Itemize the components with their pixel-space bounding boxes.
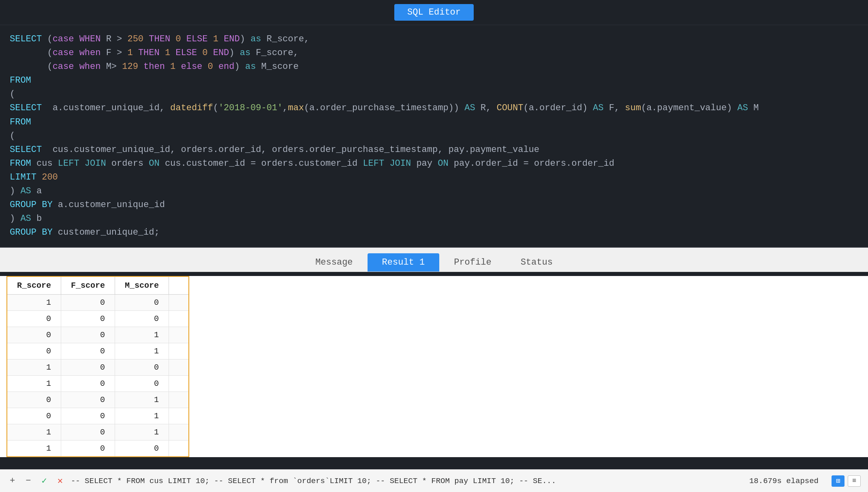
col-header-r-score: R_score	[7, 276, 61, 295]
cell-row8-col1: 0	[61, 424, 115, 441]
col-header-f-score: F_score	[61, 276, 115, 295]
table-row: 001	[7, 343, 189, 359]
cell-row8-col0: 1	[7, 424, 61, 441]
editor-area[interactable]: SELECT (case WHEN R > 250 THEN 0 ELSE 1 …	[0, 25, 868, 248]
cell-row1-col0: 0	[7, 311, 61, 327]
col-header-extra	[169, 276, 189, 295]
cell-row9-col3	[169, 441, 189, 457]
cell-row1-col2: 0	[115, 311, 169, 327]
table-row: 001	[7, 392, 189, 408]
cell-row8-col3	[169, 424, 189, 441]
table-row: 100	[7, 295, 189, 311]
cell-row0-col0: 1	[7, 295, 61, 311]
cell-row1-col3	[169, 311, 189, 327]
table-row: 100	[7, 376, 189, 392]
table-row: 001	[7, 327, 189, 343]
table-row: 000	[7, 311, 189, 327]
status-text: -- SELECT * FROM cus LIMIT 10; -- SELECT…	[71, 477, 744, 486]
code-line-6: SELECT a.customer_unique_id, datediff('2…	[10, 101, 858, 115]
code-line-5: (	[10, 88, 858, 101]
cell-row7-col1: 0	[61, 408, 115, 424]
cell-row4-col0: 1	[7, 359, 61, 376]
tab-status[interactable]: Status	[506, 253, 567, 272]
code-line-15: GROUP BY customer_unique_id;	[10, 226, 858, 240]
tab-message[interactable]: Message	[301, 253, 367, 272]
cell-row2-col1: 0	[61, 327, 115, 343]
table-row: 001	[7, 408, 189, 424]
view-icons: ⊞ ≡	[832, 475, 861, 487]
code-line-2: (case when F > 1 THEN 1 ELSE 0 END) as F…	[10, 46, 858, 60]
cell-row2-col2: 1	[115, 327, 169, 343]
cell-row9-col1: 0	[61, 441, 115, 457]
cell-row3-col1: 0	[61, 343, 115, 359]
col-header-m-score: M_score	[115, 276, 169, 295]
table-row: 101	[7, 424, 189, 441]
cell-row4-col3	[169, 359, 189, 376]
tab-profile[interactable]: Profile	[439, 253, 506, 272]
cell-row5-col1: 0	[61, 376, 115, 392]
code-line-3: (case when M> 129 then 1 else 0 end) as …	[10, 60, 858, 74]
close-icon[interactable]: ✕	[55, 474, 65, 488]
code-line-9: SELECT cus.customer_unique_id, orders.or…	[10, 143, 858, 157]
cell-row6-col1: 0	[61, 392, 115, 408]
code-line-13: GROUP BY a.customer_unique_id	[10, 198, 858, 212]
sql-editor-button[interactable]: SQL Editor	[394, 4, 474, 21]
list-view-icon[interactable]: ≡	[848, 475, 861, 487]
code-line-4: FROM	[10, 74, 858, 88]
cell-row3-col3	[169, 343, 189, 359]
cell-row4-col2: 0	[115, 359, 169, 376]
cell-row2-col3	[169, 327, 189, 343]
cell-row7-col0: 0	[7, 408, 61, 424]
top-bar: SQL Editor	[0, 0, 868, 25]
cell-row5-col0: 1	[7, 376, 61, 392]
code-line-1: SELECT (case WHEN R > 250 THEN 0 ELSE 1 …	[10, 32, 858, 46]
cell-row9-col0: 1	[7, 441, 61, 457]
add-icon[interactable]: +	[7, 474, 17, 488]
bottom-bar: + − ✓ ✕ -- SELECT * FROM cus LIMIT 10; -…	[0, 469, 868, 492]
cell-row0-col1: 0	[61, 295, 115, 311]
cell-row9-col2: 0	[115, 441, 169, 457]
code-line-10: FROM cus LEFT JOIN orders ON cus.custome…	[10, 157, 858, 171]
cell-row0-col3	[169, 295, 189, 311]
minus-icon[interactable]: −	[23, 474, 33, 488]
cell-row6-col0: 0	[7, 392, 61, 408]
result-table: R_score F_score M_score 1000000010011001…	[6, 276, 189, 457]
elapsed-text: 18.679s elapsed	[749, 477, 819, 486]
grid-view-icon[interactable]: ⊞	[832, 475, 844, 487]
cell-row7-col3	[169, 408, 189, 424]
cell-row5-col3	[169, 376, 189, 392]
cell-row0-col2: 0	[115, 295, 169, 311]
cell-row3-col0: 0	[7, 343, 61, 359]
cell-row2-col0: 0	[7, 327, 61, 343]
results-area: R_score F_score M_score 1000000010011001…	[0, 276, 868, 457]
cell-row3-col2: 1	[115, 343, 169, 359]
cell-row7-col2: 1	[115, 408, 169, 424]
cell-row4-col1: 0	[61, 359, 115, 376]
check-icon[interactable]: ✓	[39, 474, 49, 488]
table-row: 100	[7, 441, 189, 457]
table-row: 100	[7, 359, 189, 376]
cell-row5-col2: 0	[115, 376, 169, 392]
cell-row6-col2: 1	[115, 392, 169, 408]
tab-result1[interactable]: Result 1	[368, 253, 440, 272]
code-line-11: LIMIT 200	[10, 171, 858, 184]
tabs-bar: Message Result 1 Profile Status	[0, 248, 868, 272]
code-line-8: (	[10, 129, 858, 143]
code-line-14: ) AS b	[10, 212, 858, 226]
cell-row6-col3	[169, 392, 189, 408]
cell-row1-col1: 0	[61, 311, 115, 327]
code-line-7: FROM	[10, 116, 858, 129]
code-line-12: ) AS a	[10, 184, 858, 198]
cell-row8-col2: 1	[115, 424, 169, 441]
